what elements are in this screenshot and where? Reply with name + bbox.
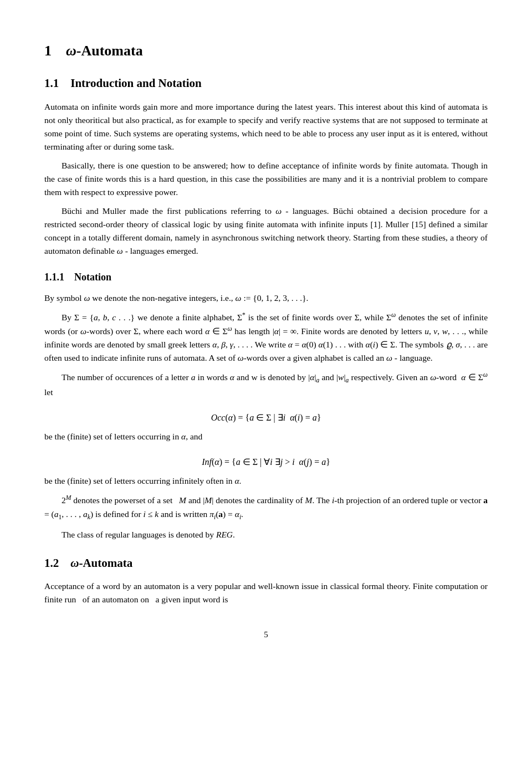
page-number: 5 [44,628,488,641]
page: 1 ω-Automata 1.1 Introduction and Notati… [0,0,532,783]
notation-para-2: By Σ = {a, b, c . . .} we denote a finit… [44,310,488,365]
notation-para-1: By symbol ω we denote the non-negative i… [44,291,488,305]
section-1-1-1-title: 1.1.1 Notation [44,270,488,285]
chapter-title: 1 ω-Automata [44,40,488,62]
notation-para-4: 2M denotes the powerset of a set M and |… [44,493,488,522]
intro-para-1: Automata on infinite words gain more and… [44,100,488,153]
intro-para-3: Büchi and Muller made the first publicat… [44,204,488,258]
notation-para-3: The number of occurences of a letter a i… [44,370,488,399]
intro-para-2: Basically, there is one question to be a… [44,159,488,199]
occ-formula: Occ(α) = {a ∈ Σ | ∃i α(i) = a} [44,411,488,424]
inf-desc: be the (finite) set of letters occurring… [44,474,488,488]
occ-desc: be the (finite) set of letters occurring… [44,430,488,443]
automata-para-1: Acceptance of a word by an automaton is … [44,580,488,606]
section-1-2-title: 1.2 ω-Automata [44,555,488,572]
inf-formula: Inf(α) = {a ∈ Σ | ∀i ∃j > i α(j) = a} [44,456,488,469]
notation-para-5: The class of regular languages is denote… [44,528,488,541]
section-1-1-title: 1.1 Introduction and Notation [44,75,488,93]
